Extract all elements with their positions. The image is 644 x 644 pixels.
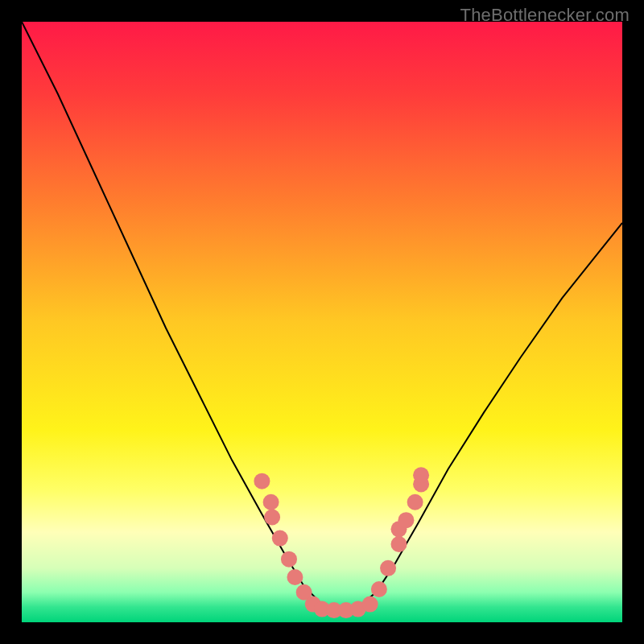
data-marker [263, 494, 279, 510]
data-marker [272, 530, 288, 547]
data-marker [390, 536, 407, 552]
chart-container: TheBottlenecker.com [0, 0, 644, 644]
data-marker [281, 551, 297, 568]
data-marker [287, 569, 303, 585]
attribution-label: TheBottlenecker.com [460, 5, 630, 26]
data-marker [407, 494, 423, 510]
chart-background [22, 22, 622, 622]
data-marker [371, 581, 387, 597]
data-marker [413, 467, 429, 483]
data-marker [254, 473, 270, 489]
bottleneck-chart [22, 22, 622, 622]
data-marker [362, 597, 378, 613]
data-marker [264, 509, 280, 525]
data-marker [398, 512, 414, 528]
data-marker [380, 560, 396, 576]
